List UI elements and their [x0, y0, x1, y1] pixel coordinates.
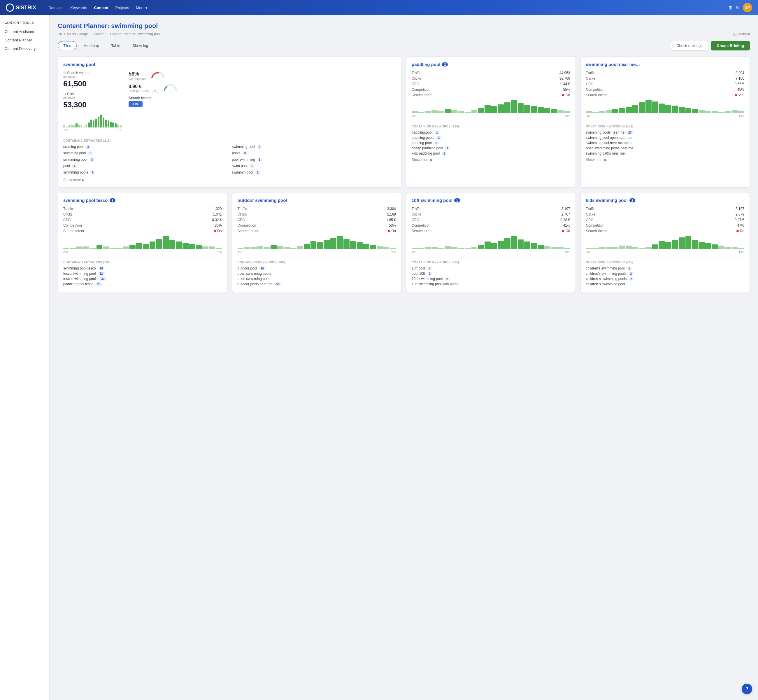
tab-table[interactable]: Table	[106, 41, 126, 50]
stat-search-intent: Search IntentDo	[586, 229, 745, 233]
keyword-row: seimming pool 3	[63, 151, 228, 155]
tile-chart	[412, 98, 570, 113]
page-layout: CONTENT TOOLS Content Assistant Content …	[0, 15, 758, 700]
competition-pct: 56%	[129, 71, 146, 77]
keyword-row: 10 ft swimming pool2	[412, 277, 570, 281]
search-volume-value: 61,500	[63, 79, 122, 88]
show-more-button[interactable]: Show more ▶	[63, 178, 396, 182]
keyword-row: children s swimming pool	[586, 282, 745, 286]
book-icon: 📖	[733, 32, 737, 36]
stat-search-intent: Search Intent Do	[412, 93, 570, 97]
keyword-row: kids paddling pool1	[412, 152, 570, 155]
stat-clicks: Clicks2,679	[586, 212, 745, 216]
keyword-row: swimming baths near me	[586, 152, 745, 155]
chart-labels: JanDec	[238, 250, 396, 253]
nav-more[interactable]: More ▾	[133, 4, 150, 12]
chart-labels: JanDec	[63, 250, 222, 253]
keyword-row: pool 10ft1	[412, 272, 570, 276]
intent-dot	[562, 230, 565, 232]
search-volume-block: ⊘ Search volume per month 61,500	[63, 71, 122, 88]
user-st[interactable]: St	[736, 6, 739, 10]
chart-labels: JanDec	[586, 250, 745, 253]
logo-circle	[6, 3, 14, 12]
avatar[interactable]: SP	[743, 3, 752, 12]
containing-title: CONTAINING KEYWORDS (295)	[412, 125, 570, 128]
manual-link[interactable]: 📖 Manual	[733, 32, 750, 36]
cpc-gauge	[163, 83, 178, 93]
keyword-row: pool 4	[63, 164, 228, 168]
show-more-button[interactable]: Show more▶	[586, 158, 745, 162]
nav-content[interactable]: Content	[91, 4, 111, 12]
stat-search-intent: Search Intent Vis.	[586, 93, 745, 97]
stat-cpc: CPC1.65 €	[238, 218, 396, 222]
stat-competition: Competition36%	[63, 223, 222, 228]
breadcrumb-sistrix[interactable]: SISTRIX for Google	[58, 32, 89, 36]
help-button[interactable]: ?	[742, 684, 752, 694]
sidebar-item-content-discovery[interactable]: Content Discovery	[0, 44, 49, 53]
competition-label: Competition	[129, 77, 146, 81]
containing-keywords-section: CONTAINING KEYWORDS (245) children's swi…	[586, 258, 745, 286]
check-rankings-button[interactable]: Check rankings	[671, 41, 708, 50]
stat-search-intent: Search IntentDo	[238, 229, 396, 233]
stat-clicks: Clicks2,767	[412, 212, 570, 216]
clicks-value: 53,300	[63, 100, 122, 109]
containing-title: CONTAINING KEYWORDS (245)	[586, 261, 745, 264]
tiles-grid: swimming pool ⊘ Search volume per month …	[58, 56, 750, 293]
tile-10ft-swimming-pool: 10ft swimming pool 1 Traffic3,197 Clicks…	[406, 192, 576, 293]
chart-labels: Jan Dec	[63, 129, 122, 132]
grid-icon[interactable]: ⊞	[728, 5, 732, 11]
competition-gauge	[150, 71, 165, 81]
keyword-row: children's swimming pool1	[586, 266, 745, 270]
nav-keywords[interactable]: Keywords	[67, 4, 90, 12]
nav-domains[interactable]: Domains	[45, 4, 66, 12]
keyword-row: cheap paddling pool1	[412, 146, 570, 150]
stat-cpc: CPC0.38 €	[412, 218, 570, 222]
sidebar-section-title: CONTENT TOOLS	[0, 21, 49, 27]
keyword-row: outdoor pools near me50	[238, 282, 396, 286]
tile-swimming-pool-tesco: swimming pool tesco 9 Traffic1,320 Click…	[58, 192, 228, 293]
chevron-right-icon: ▶	[82, 178, 84, 182]
tile-chart	[238, 234, 396, 249]
chevron-right-icon: ▶	[430, 158, 433, 162]
show-more-button[interactable]: Show more▶	[412, 158, 570, 162]
large-tile-left: ⊘ Search volume per month 61,500 ⊘ Click…	[63, 71, 122, 132]
stat-competition: Competition53%	[238, 223, 396, 228]
keywords-grid: swiming pool 3 swimming.pool 2 seimming …	[63, 145, 396, 176]
containing-title: CONTAINING KEYWORDS (218)	[63, 139, 396, 142]
site-logo[interactable]: SISTRIX	[6, 3, 36, 12]
breadcrumb: SISTRIX for Google › Content › Content P…	[58, 32, 750, 36]
containing-keywords-section: CONTAINING KEYWORDS (295) paddling.pool1…	[412, 122, 570, 162]
breadcrumb-content[interactable]: Content	[93, 32, 106, 36]
tile-title-tesco: swimming pool tesco 9	[63, 198, 222, 203]
main-content: Content Planner: swimming pool SISTRIX f…	[50, 15, 758, 700]
nav-projects[interactable]: Projects	[112, 4, 132, 12]
keyword-row: children s swimming pools2	[586, 277, 745, 281]
keyword-row: pool swimming 1	[232, 158, 396, 162]
stat-traffic: Traffic3,107	[586, 207, 745, 211]
tile-title-paddling-pool: paddling pool 2	[412, 62, 570, 67]
stat-cpc: CPC 3.56 €	[586, 82, 745, 86]
containing-keywords-section: CONTAINING KEYWORDS (225) 10ft pool3 poo…	[412, 258, 570, 286]
clicks-block: ⊘ Clicks per month 53,300	[63, 92, 122, 109]
tile-chart	[412, 234, 570, 249]
tile-chart	[586, 234, 745, 249]
create-briefing-button[interactable]: Create Briefing	[711, 41, 750, 50]
nav-links: Domains Keywords Content Projects More ▾	[45, 4, 150, 12]
cpc-gauge-row: 0.90 € Cost per Click (CPC)	[129, 83, 396, 93]
keyword-row: swim pool 1	[232, 164, 396, 168]
cpc-block: 0.90 € Cost per Click (CPC)	[129, 84, 158, 93]
sidebar-item-content-planner[interactable]: Content Planner	[0, 36, 49, 44]
tab-show-log[interactable]: Show log	[127, 41, 154, 50]
intent-dot	[735, 94, 737, 96]
sidebar-item-content-assistant[interactable]: Content Assistant	[0, 27, 49, 36]
tab-tiles[interactable]: Tiles	[58, 41, 77, 50]
keyword-row: swimming pools 5	[63, 170, 228, 174]
keyword-row: swimming pool near me open	[586, 141, 745, 145]
tile-outdoor-swimming-pool: outdoor swimming pool Traffic3,304 Click…	[232, 192, 402, 293]
containing-keywords-section: CONTAINING KEYWORDS (300) outdoor pool95…	[238, 258, 396, 286]
keyword-row: swimming pools near me23	[586, 130, 745, 134]
tab-mindmap[interactable]: Mindmap	[78, 41, 104, 50]
tile-badge: 1	[454, 198, 460, 202]
cpc-value: 0.90 €	[129, 84, 158, 89]
keyword-row: swimming pool open near me	[586, 136, 745, 140]
